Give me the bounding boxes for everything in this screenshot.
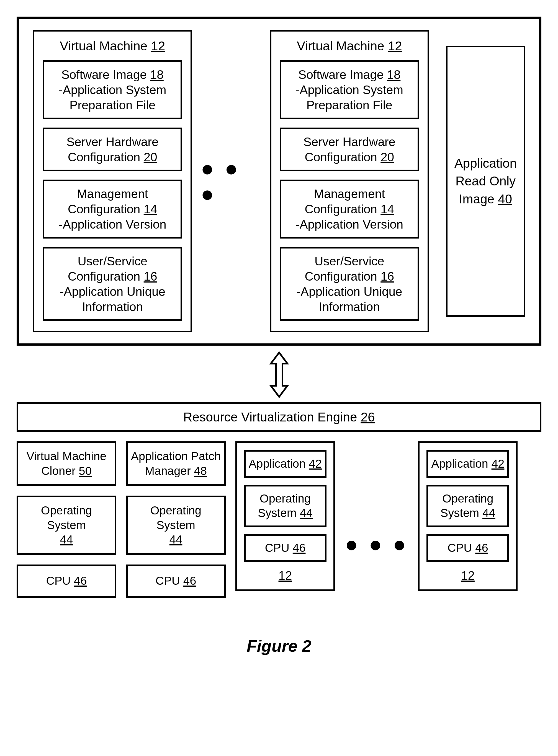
ellipsis-icon: ● ● ● [198,156,264,207]
cpu-box: CPU 46 [17,565,116,598]
app-ref: 42 [491,457,505,470]
host-column: Virtual Machine Cloner 50 Operating Syst… [17,441,116,598]
rve-label: Resource Virtualization Engine [183,410,360,424]
server-hw-ref: 20 [144,150,157,164]
ellipsis-icon: ● ● ● [345,532,408,557]
cpu-ref: 46 [183,574,196,587]
mgmt-line1: Management [77,187,148,200]
user-svc-line3: -Application Unique [297,285,402,298]
virtualization-layer-container: Virtual Machine 12 Software Image 18 -Ap… [17,17,541,346]
user-service-config-box: User/Service Configuration 16 -Applicati… [43,247,182,321]
software-image-ref: 18 [150,68,164,81]
user-svc-line4: Information [82,300,143,314]
user-svc-ref: 16 [144,270,157,283]
software-image-box: Software Image 18 -Application System Pr… [43,60,182,119]
os-short-line1: Operating [260,492,311,505]
operating-system-box: Operating System 44 [427,485,509,527]
software-image-line3: Preparation File [70,98,156,112]
virtual-machine-box: Virtual Machine 12 Software Image 18 -Ap… [270,30,429,332]
server-hw-line2-prefix: Configuration [68,150,144,164]
os-ref: 44 [60,533,73,546]
operating-system-box: Operating System 44 [244,485,327,527]
cpu-box: CPU 46 [427,534,509,562]
mgmt-line2-prefix: Configuration [305,202,380,216]
readonly-line3-prefix: Image [459,192,498,206]
readonly-line2: Read Only [456,174,516,188]
bidirectional-arrow-icon [17,351,541,398]
software-image-ref: 18 [387,68,401,81]
vm-cloner-line1: Virtual Machine [27,450,107,463]
software-image-label: Software Image [61,68,150,81]
management-config-box: Management Configuration 14 -Application… [43,180,182,239]
cpu-prefix: CPU [448,541,475,554]
cpu-box: CPU 46 [244,534,327,562]
application-read-only-image-box: Application Read Only Image 40 [446,46,525,317]
server-hw-line1: Server Hardware [303,135,396,148]
readonly-line1: Application [454,156,517,170]
mgmt-line1: Management [314,187,385,200]
software-image-label: Software Image [298,68,387,81]
server-hardware-config-box: Server Hardware Configuration 20 [280,128,419,171]
server-hardware-config-box: Server Hardware Configuration 20 [43,128,182,171]
virtual-machine-title: Virtual Machine 12 [280,38,419,53]
patch-mgr-ref: 48 [194,464,207,477]
app-ref: 42 [309,457,322,470]
mgmt-line3: -Application Version [59,217,167,231]
operating-system-box: Operating System 44 [126,495,226,555]
cpu-ref: 46 [74,574,87,587]
rve-ref: 26 [360,410,375,424]
management-config-box: Management Configuration 14 -Application… [280,180,419,239]
user-svc-ref: 16 [380,270,394,283]
virtual-machine-title: Virtual Machine 12 [43,38,182,53]
physical-layer-row: Virtual Machine Cloner 50 Operating Syst… [17,441,541,598]
patch-mgr-line1: Application Patch [131,450,221,463]
os-short-line2-prefix: System [440,506,482,519]
user-svc-line2-prefix: Configuration [68,270,144,283]
operating-system-box: Operating System 44 [17,495,116,555]
cpu-ref: 46 [293,541,306,554]
mgmt-ref: 14 [380,202,394,216]
user-svc-line3: -Application Unique [59,285,165,298]
user-svc-line4: Information [319,300,380,314]
os-short-line1: Operating [442,492,493,505]
figure-caption: Figure 2 [17,637,541,655]
vm-instance-ref: 12 [427,569,509,583]
app-prefix: Application [431,457,491,470]
server-hw-line1: Server Hardware [67,135,159,148]
user-service-config-box: User/Service Configuration 16 -Applicati… [280,247,419,321]
vm-cloner-ref: 50 [79,464,92,477]
application-box: Application 42 [244,450,327,478]
user-svc-line1: User/Service [78,254,147,268]
vm-instance-box: Application 42 Operating System 44 CPU 4… [235,441,335,591]
readonly-ref: 40 [498,192,512,206]
patch-mgr-line2-prefix: Manager [145,464,194,477]
vm-title-ref: 12 [388,39,402,53]
vm-instance-box: Application 42 Operating System 44 CPU 4… [418,441,517,591]
software-image-line3: Preparation File [306,98,392,112]
mgmt-line2-prefix: Configuration [68,202,144,216]
os-label: Operating System [41,504,92,532]
server-hw-ref: 20 [380,150,394,164]
vm-cloner-line2-prefix: Cloner [41,464,79,477]
host-column: Application Patch Manager 48 Operating S… [126,441,226,598]
os-ref: 44 [170,533,182,546]
vm-cloner-box: Virtual Machine Cloner 50 [17,441,116,486]
svg-marker-0 [271,353,287,397]
cpu-prefix: CPU [265,541,293,554]
application-box: Application 42 [427,450,509,478]
os-ref: 44 [482,506,496,519]
user-svc-line2-prefix: Configuration [305,270,380,283]
os-short-line2-prefix: System [258,506,300,519]
vm-instance-ref: 12 [244,569,327,583]
vm-title-text: Virtual Machine [297,39,388,53]
virtual-machine-box: Virtual Machine 12 Software Image 18 -Ap… [33,30,192,332]
cpu-ref: 46 [475,541,488,554]
software-image-line2: -Application System [59,83,167,97]
software-image-box: Software Image 18 -Application System Pr… [280,60,419,119]
cpu-prefix: CPU [155,574,183,587]
app-prefix: Application [249,457,309,470]
os-ref: 44 [300,506,313,519]
cpu-prefix: CPU [46,574,74,587]
mgmt-ref: 14 [144,202,157,216]
mgmt-line3: -Application Version [296,217,403,231]
